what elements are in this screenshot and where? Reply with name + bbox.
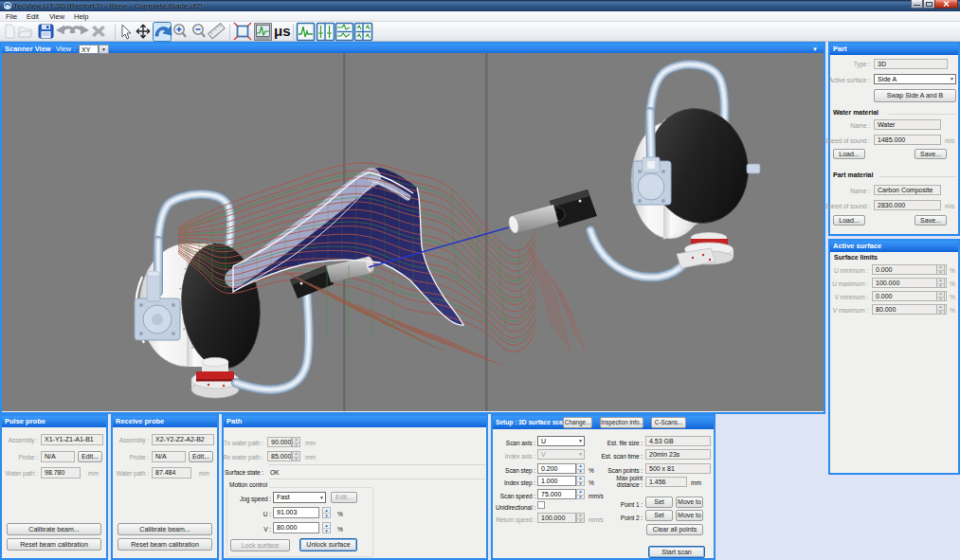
- svg-text:μs: μs: [274, 23, 291, 39]
